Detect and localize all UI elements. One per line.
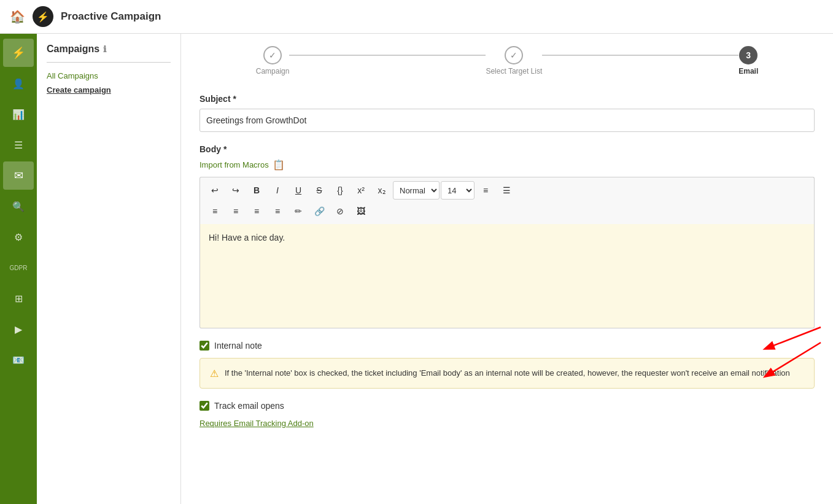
toolbar-italic[interactable]: I [268, 181, 287, 200]
editor-toolbar: ↩ ↪ B I U S {} x² x₂ Normal 14 ≡ [200, 177, 815, 224]
step-3-symbol: 3 [746, 50, 751, 60]
nav-item-campaigns[interactable]: ✉ [3, 161, 34, 190]
nav-item-apps[interactable]: ⊞ [3, 284, 34, 312]
toolbar-align-justify[interactable]: ≡ [268, 202, 287, 220]
warning-box: ⚠ If the 'Internal note' box is checked,… [200, 358, 815, 389]
toolbar-undo[interactable]: ↩ [205, 181, 225, 200]
step-2-label: Select Target List [486, 67, 542, 76]
toolbar-unlink[interactable]: ⊘ [330, 202, 350, 220]
track-email-label: Track email opens [214, 401, 284, 411]
sidebar: Campaigns ℹ All Campaigns Create campaig… [37, 34, 181, 504]
warning-container: ⚠ If the 'Internal note' box is checked,… [200, 358, 815, 389]
page-title: Proactive Campaign [61, 10, 161, 23]
toolbar-subscript[interactable]: x₂ [372, 181, 392, 200]
sidebar-title-text: Campaigns [47, 44, 99, 55]
step-3: 3 Email [738, 46, 758, 76]
toolbar-strikethrough[interactable]: S [309, 181, 329, 200]
main-layout: ⚡ 👤 📊 ☰ ✉ 🔍 ⚙ GDPR ⊞ ▶ 📧 [0, 34, 833, 504]
import-macros-row: Import from Macros 📋 [200, 159, 815, 171]
toolbar-row-1: ↩ ↪ B I U S {} x² x₂ Normal 14 ≡ [205, 181, 809, 200]
left-nav: ⚡ 👤 📊 ☰ ✉ 🔍 ⚙ GDPR ⊞ ▶ 📧 [0, 34, 37, 504]
step-1: ✓ Campaign [256, 46, 290, 76]
editor-content: Hi! Have a nice day. [209, 233, 285, 242]
toolbar-row-2: ≡ ≡ ≡ ≡ ✏ 🔗 ⊘ 🖼 [205, 202, 809, 220]
toolbar-image[interactable]: 🖼 [351, 202, 371, 220]
step-3-label: Email [738, 67, 758, 76]
nav-item-gdpr[interactable]: GDPR [3, 254, 34, 282]
toolbar-ordered-list[interactable]: ☰ [497, 181, 516, 200]
nav-item-tickets[interactable]: ☰ [3, 131, 34, 159]
body-label: Body * [200, 144, 815, 154]
track-email-addon-link[interactable]: Requires Email Tracking Add-on [200, 419, 314, 428]
warning-text: If the 'Internal note' box is checked, t… [225, 367, 790, 379]
toolbar-align-right[interactable]: ≡ [247, 202, 266, 220]
step-connector-1 [289, 55, 486, 56]
step-2-circle: ✓ [505, 46, 523, 64]
step-2-symbol: ✓ [510, 50, 517, 60]
step-2: ✓ Select Target List [486, 46, 542, 76]
sidebar-title: Campaigns ℹ [47, 44, 171, 55]
internal-note-row: Internal note [200, 341, 815, 351]
app-logo: ⚡ [33, 6, 53, 27]
toolbar-link[interactable]: 🔗 [309, 202, 329, 220]
toolbar-code[interactable]: {} [330, 181, 350, 200]
sidebar-divider [47, 62, 171, 63]
warning-icon: ⚠ [210, 368, 219, 379]
macros-icon: 📋 [273, 159, 285, 171]
step-1-circle: ✓ [263, 46, 282, 64]
import-macros-link[interactable]: Import from Macros [200, 160, 269, 169]
toolbar-align-left[interactable]: ≡ [205, 202, 225, 220]
track-email-checkbox[interactable] [200, 401, 209, 411]
step-1-label: Campaign [256, 67, 290, 76]
toolbar-superscript[interactable]: x² [351, 181, 371, 200]
step-connector-2 [542, 55, 738, 56]
editor-container: ↩ ↪ B I U S {} x² x₂ Normal 14 ≡ [200, 177, 815, 328]
info-icon: ℹ [103, 44, 106, 54]
editor-body[interactable]: Hi! Have a nice day. [200, 224, 815, 328]
sidebar-link-all-campaigns[interactable]: All Campaigns [47, 71, 171, 80]
toolbar-bold[interactable]: B [247, 181, 266, 200]
toolbar-redo[interactable]: ↪ [226, 181, 246, 200]
subject-input[interactable] [200, 109, 815, 132]
step-1-symbol: ✓ [269, 50, 276, 60]
subject-label: Subject * [200, 94, 815, 104]
home-icon[interactable]: 🏠 [10, 9, 25, 24]
sidebar-link-create-campaign[interactable]: Create campaign [47, 85, 171, 95]
nav-item-home[interactable]: ⚡ [3, 39, 34, 67]
content-area: ✓ Campaign ✓ Select Target List 3 Email … [181, 34, 833, 504]
nav-item-settings[interactable]: ⚙ [3, 223, 34, 251]
nav-item-play[interactable]: ▶ [3, 315, 34, 343]
topbar: 🏠 ⚡ Proactive Campaign [0, 0, 833, 34]
toolbar-underline[interactable]: U [289, 181, 308, 200]
step-3-circle: 3 [739, 46, 757, 64]
font-style-select[interactable]: Normal [393, 181, 440, 200]
font-size-select[interactable]: 14 [441, 181, 475, 200]
toolbar-pencil[interactable]: ✏ [289, 202, 308, 220]
toolbar-align-center[interactable]: ≡ [226, 202, 246, 220]
internal-note-checkbox[interactable] [200, 341, 209, 351]
nav-item-reports[interactable]: 📊 [3, 100, 34, 128]
toolbar-unordered-list[interactable]: ≡ [476, 181, 495, 200]
nav-item-mail[interactable]: 📧 [3, 346, 34, 374]
track-email-row: Track email opens [200, 401, 815, 411]
nav-item-monitor[interactable]: 🔍 [3, 192, 34, 220]
nav-item-contacts[interactable]: 👤 [3, 69, 34, 98]
stepper: ✓ Campaign ✓ Select Target List 3 Email [200, 46, 815, 76]
internal-note-label: Internal note [214, 341, 262, 351]
